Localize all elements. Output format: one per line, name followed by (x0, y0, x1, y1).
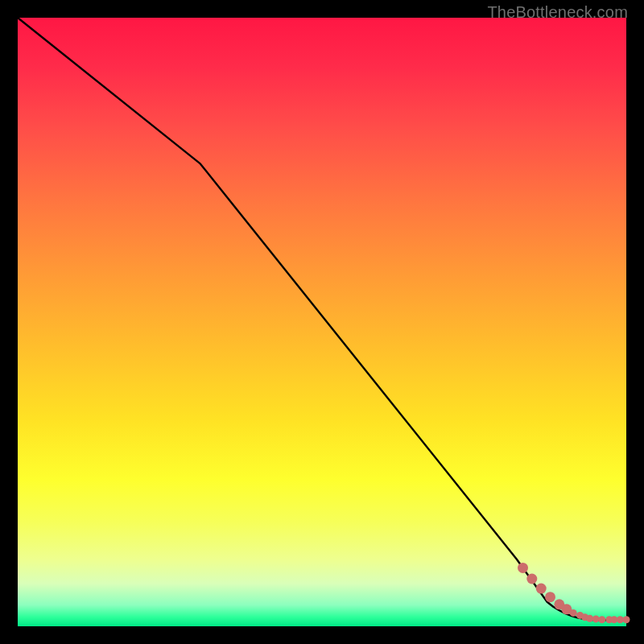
marker-dot (592, 615, 600, 622)
tail-markers (518, 563, 630, 623)
watermark-text: TheBottleneck.com (487, 3, 628, 22)
marker-dot (570, 609, 577, 617)
marker-dot (536, 584, 547, 594)
marker-dot (518, 563, 528, 573)
marker-dot (623, 616, 630, 623)
chart-overlay (18, 18, 626, 626)
chart-stage: TheBottleneck.com (0, 0, 644, 644)
marker-dot (586, 615, 593, 622)
marker-dot (526, 574, 537, 584)
main-curve (18, 18, 626, 620)
marker-dot (545, 592, 555, 602)
marker-dot (598, 616, 605, 623)
